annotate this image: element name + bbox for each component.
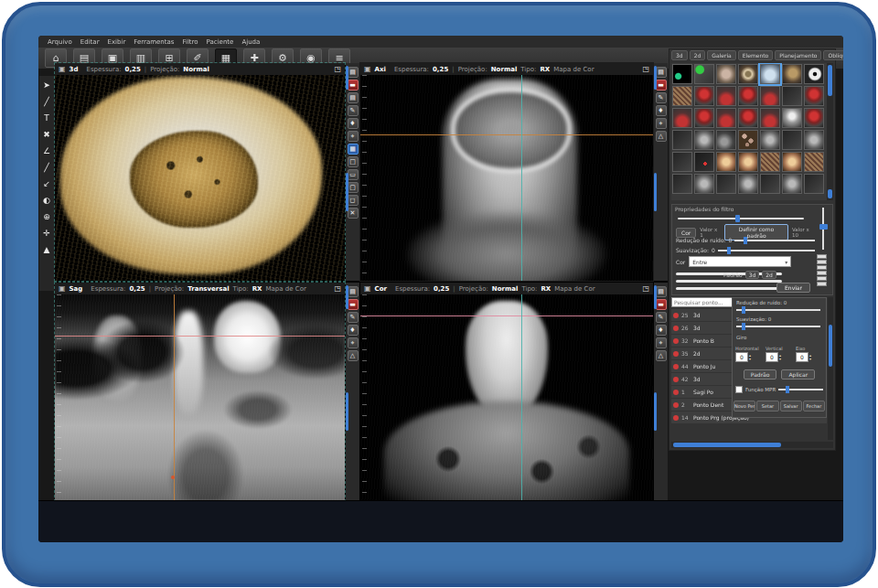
- slider-handle[interactable]: [742, 306, 745, 314]
- export-icon[interactable]: ▤: [348, 67, 359, 78]
- vertical-slider[interactable]: [819, 208, 828, 250]
- menu-exibir[interactable]: Exibir: [108, 38, 126, 46]
- filter-icon[interactable]: ♦: [348, 325, 359, 336]
- record-icon[interactable]: ▬: [656, 299, 667, 310]
- gallery-scrollbar[interactable]: [827, 63, 833, 200]
- mpr-slider[interactable]: [778, 389, 823, 390]
- spinner-arrows-icon[interactable]: ▴▾: [779, 354, 781, 361]
- gallery-thumb[interactable]: [738, 64, 758, 84]
- gallery-thumb[interactable]: [782, 174, 802, 194]
- spin-value[interactable]: 0: [796, 352, 808, 362]
- draw-icon[interactable]: ✎: [656, 92, 667, 103]
- gallery-thumb[interactable]: [694, 64, 714, 84]
- viewport-axial[interactable]: ▣ Axi Espessura: 0,25 | Projeção: Normal…: [360, 63, 653, 281]
- gallery-thumb[interactable]: [694, 130, 714, 150]
- copy-icon[interactable]: ▤: [348, 92, 359, 103]
- draw-icon[interactable]: ✎: [348, 312, 359, 323]
- maximize-viewport-icon[interactable]: ◳: [642, 65, 649, 73]
- level-slider-3[interactable]: [676, 287, 782, 290]
- gallery-thumb[interactable]: [738, 108, 758, 128]
- gallery-thumb[interactable]: [694, 152, 714, 172]
- scrollbar-thumb[interactable]: [828, 65, 832, 96]
- implant-tool-icon[interactable]: ✛: [40, 227, 53, 241]
- crosshair-vertical[interactable]: [521, 294, 522, 500]
- menu-ferramentas[interactable]: Ferramentas: [134, 38, 174, 46]
- gallery-thumb[interactable]: [760, 108, 780, 128]
- padrao-button[interactable]: Padrão: [744, 369, 777, 380]
- gallery-thumb[interactable]: [760, 152, 780, 172]
- level-slider-2[interactable]: [676, 280, 782, 283]
- spinner-arrows-icon[interactable]: ▴▾: [809, 354, 811, 361]
- tab-galeria[interactable]: Galeria: [707, 50, 736, 60]
- cone-icon[interactable]: △: [656, 131, 667, 142]
- cursor-tool-icon[interactable]: ➤: [40, 79, 53, 92]
- gallery-thumb[interactable]: [738, 152, 758, 172]
- arrow-tool-icon[interactable]: ↙: [40, 177, 53, 191]
- mpr-checkbox[interactable]: [735, 386, 743, 393]
- slider-handle[interactable]: [744, 237, 747, 244]
- viewport-sagittal-image[interactable]: [55, 294, 345, 500]
- close-icon[interactable]: ✕: [348, 208, 359, 219]
- cor-button[interactable]: Cor: [676, 228, 696, 238]
- gallery-thumb[interactable]: [672, 174, 692, 194]
- draw-icon[interactable]: ✎: [656, 312, 667, 323]
- gallery-thumb[interactable]: [782, 86, 802, 106]
- gallery-thumb[interactable]: [672, 64, 692, 84]
- gallery-thumb[interactable]: [760, 64, 780, 84]
- gallery-thumb[interactable]: [782, 130, 802, 150]
- maximize-viewport-icon[interactable]: ◳: [334, 284, 341, 293]
- noise-reduction-slider[interactable]: Redução de ruído: 0: [676, 237, 815, 243]
- gallery-thumb[interactable]: [804, 64, 824, 84]
- export-icon[interactable]: ▤: [656, 286, 667, 297]
- menu-ajuda[interactable]: Ajuda: [241, 38, 260, 46]
- region-icon[interactable]: ▭: [348, 169, 359, 180]
- point-marker[interactable]: [171, 476, 175, 479]
- crosshair-vertical[interactable]: [174, 294, 175, 500]
- gallery-thumb[interactable]: [672, 152, 692, 172]
- delete-tool-icon[interactable]: ✖: [40, 128, 53, 142]
- points-scrollbar[interactable]: [828, 297, 833, 440]
- line-tool-icon[interactable]: ╱: [40, 95, 53, 109]
- gallery-thumb[interactable]: [694, 108, 714, 128]
- maximize-viewport-icon[interactable]: ◳: [334, 65, 341, 73]
- viewport-axial-image[interactable]: [360, 75, 653, 281]
- setar-button[interactable]: Setar: [756, 401, 778, 412]
- ruler-tool-icon[interactable]: ╱: [40, 161, 53, 175]
- gallery-thumb[interactable]: [782, 108, 802, 128]
- gallery-thumb[interactable]: [738, 130, 758, 150]
- filter-icon[interactable]: ♦: [348, 118, 359, 129]
- gallery-thumb[interactable]: [672, 108, 692, 128]
- gallery-thumb[interactable]: [672, 86, 692, 106]
- crop-icon[interactable]: □: [348, 156, 359, 167]
- slider-handle[interactable]: [786, 386, 789, 393]
- crosshair-vertical[interactable]: [521, 75, 522, 281]
- novo-perfil-button[interactable]: Novo Perfil: [733, 401, 755, 412]
- layers-icon[interactable]: ▦: [348, 144, 359, 155]
- export-icon[interactable]: ▤: [348, 286, 359, 297]
- padrao-3d-button[interactable]: 3d: [745, 271, 760, 279]
- cone-icon[interactable]: △: [348, 350, 359, 361]
- maximize-viewport-icon[interactable]: ◳: [642, 284, 649, 293]
- record-icon[interactable]: ▬: [348, 80, 359, 91]
- gallery-thumb[interactable]: [804, 130, 824, 150]
- target-icon[interactable]: ⌖: [348, 337, 359, 348]
- rect-select-icon[interactable]: ▢: [348, 182, 359, 193]
- menu-editar[interactable]: Editar: [80, 38, 100, 46]
- gallery-thumb[interactable]: [694, 174, 714, 194]
- angle-measure-tool-icon[interactable]: ∠: [40, 144, 53, 158]
- gallery-thumb[interactable]: [804, 174, 824, 194]
- gallery-thumb[interactable]: [672, 130, 692, 150]
- menu-paciente[interactable]: Paciente: [207, 38, 234, 46]
- gallery-thumb[interactable]: [716, 174, 736, 194]
- tab-3d[interactable]: 3d: [671, 50, 688, 60]
- target-icon[interactable]: ⌖: [348, 131, 359, 142]
- contrast-tool-icon[interactable]: ◐: [40, 194, 53, 208]
- tab-obl-qua[interactable]: Oblíqua: [823, 50, 843, 60]
- clamp-tool-icon[interactable]: ⊕: [40, 210, 53, 224]
- chevron-down-icon[interactable]: ▾: [785, 259, 787, 265]
- aplicar-button[interactable]: Aplicar: [781, 369, 815, 380]
- record-icon[interactable]: ▬: [348, 299, 359, 310]
- enviar-button[interactable]: Enviar: [776, 283, 810, 293]
- gallery-thumb[interactable]: [760, 130, 780, 150]
- profile-dropdown[interactable]: Entre ▾: [689, 256, 791, 267]
